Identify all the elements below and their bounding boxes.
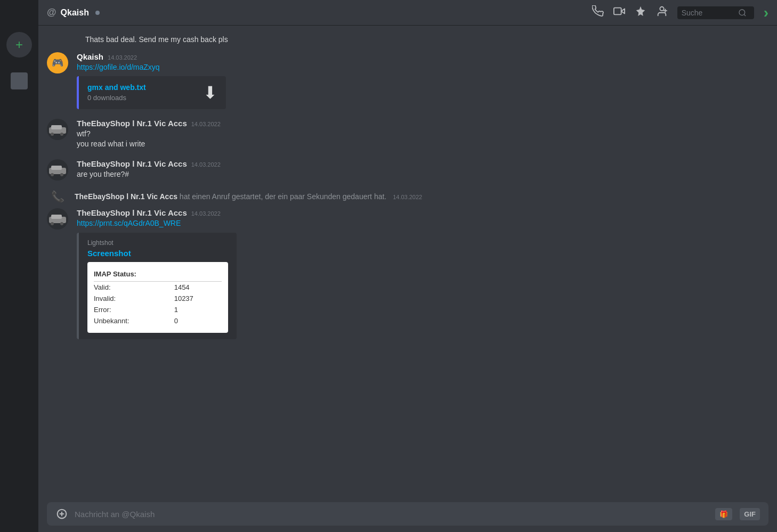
message-header: TheEbayShop l Nr.1 Vic Accs 14.03.2022 [77,119,768,128]
message-author: TheEbayShop l Nr.1 Vic Accs [77,119,187,128]
avatar [47,159,68,181]
message-text: wtf? [77,129,768,140]
svg-point-14 [60,173,63,176]
file-info: gmx and web.txt 0 downloads [87,83,146,102]
message-timestamp: 14.03.2022 [108,54,137,61]
channel-header: @ Qkaish › [38,0,777,26]
message-header: TheEbayShop l Nr.1 Vic Accs 14.03.2022 [77,159,768,168]
message-text-2: you read what i write [77,139,768,150]
embed-title[interactable]: Screenshot [87,249,228,258]
message-group: TheEbayShop l Nr.1 Vic Accs 14.03.2022 h… [47,206,768,342]
svg-rect-12 [51,166,62,170]
svg-point-5 [739,10,745,15]
message-content: TheEbayShop l Nr.1 Vic Accs 14.03.2022 h… [77,208,768,340]
gift-button[interactable]: 🎁 [715,508,732,520]
message-link[interactable]: https://gofile.io/d/maZxyq [77,63,160,71]
svg-point-9 [51,133,54,136]
call-timestamp: 14.03.2022 [393,194,422,200]
imap-label-valid: Valid: [94,282,174,293]
message-content: Qkaish 14.03.2022 https://gofile.io/d/ma… [77,52,768,109]
imap-value-error: 1 [174,304,222,315]
truncated-message: Thats bad deal. Send me my cash back pls [47,34,768,45]
avatar: 🎮 [47,52,68,73]
message-text: https://gofile.io/d/maZxyq [77,62,768,73]
add-friend-icon[interactable] [656,5,668,20]
svg-point-10 [60,133,63,136]
table-row: Valid: 1454 [94,282,222,293]
call-icon[interactable] [592,5,604,20]
svg-rect-8 [51,125,62,129]
svg-rect-16 [51,215,62,219]
message-text: are you there?# [77,169,768,180]
add-server-button[interactable]: + [6,32,32,58]
system-call-message: 📞 TheEbayShop l Nr.1 Vic Accs hat einen … [47,188,768,205]
table-row: Invalid: 10237 [94,293,222,304]
sidebar-left: + [0,0,38,532]
message-author: TheEbayShop l Nr.1 Vic Accs [77,159,187,168]
avatar [47,119,68,140]
table-row: Unbekannt: 0 [94,315,222,326]
imap-value-valid: 1454 [174,282,222,293]
plus-icon: + [15,37,23,52]
call-description: hat einen Anruf gestartet, der ein paar … [180,192,386,201]
message-input-bar: 🎁 GIF [47,502,768,526]
messages-area: Thats bad deal. Send me my cash back pls… [38,26,777,496]
collapse-button[interactable] [11,72,28,89]
message-author: TheEbayShop l Nr.1 Vic Accs [77,208,187,217]
table-row: IMAP Status: [94,268,222,282]
svg-point-17 [51,222,54,225]
video-icon[interactable] [613,5,625,20]
imap-label-error: Error: [94,304,174,315]
table-row: Error: 1 [94,304,222,315]
imap-value-unknown: 0 [174,315,222,326]
message-link[interactable]: https://prnt.sc/qAGdrA0B_WRE [77,219,181,227]
imap-value-invalid: 10237 [174,293,222,304]
link-embed: Lightshot Screenshot IMAP Status: Valid:… [77,233,237,339]
gif-button[interactable]: GIF [740,508,760,520]
imap-label-unknown: Unbekannt: [94,315,174,326]
message-header: TheEbayShop l Nr.1 Vic Accs 14.03.2022 [77,208,768,217]
message-group: TheEbayShop l Nr.1 Vic Accs 14.03.2022 w… [47,117,768,152]
input-right-icons: 🎁 GIF [715,508,760,520]
call-author: TheEbayShop l Nr.1 Vic Accs [75,192,177,201]
svg-point-18 [60,222,63,225]
svg-point-2 [660,7,663,11]
message-group: TheEbayShop l Nr.1 Vic Accs 14.03.2022 a… [47,157,768,183]
message-text: https://prnt.sc/qAGdrA0B_WRE [77,218,768,229]
message-content: TheEbayShop l Nr.1 Vic Accs 14.03.2022 a… [77,159,768,181]
svg-point-13 [51,173,54,176]
message-group: 🎮 Qkaish 14.03.2022 https://gofile.io/d/… [47,50,768,111]
svg-marker-0 [621,9,624,13]
imap-table: IMAP Status: Valid: 1454 Invalid: 10237 [94,268,222,326]
file-attachment: gmx and web.txt 0 downloads ⬇ [77,76,226,109]
input-add-button[interactable] [55,508,68,520]
svg-rect-1 [614,8,621,15]
embed-image: IMAP Status: Valid: 1454 Invalid: 10237 [87,262,228,333]
navigation-icon[interactable]: › [764,4,768,21]
svg-line-6 [744,14,746,16]
avatar [47,208,68,230]
pin-icon[interactable] [635,5,646,20]
at-symbol: @ [47,7,56,18]
channel-name: Qkaish [61,8,89,18]
system-message-text: TheEbayShop l Nr.1 Vic Accs hat einen An… [75,192,422,201]
message-author: Qkaish [77,52,103,61]
message-timestamp: 14.03.2022 [191,161,221,168]
main-content: @ Qkaish › Thats ba [38,0,777,532]
file-downloads: 0 downloads [87,94,146,102]
avatar-icon: 🎮 [52,57,63,69]
message-timestamp: 14.03.2022 [191,210,221,217]
header-icons: › [592,4,768,21]
download-icon[interactable]: ⬇ [203,83,217,103]
message-input-area: 🎁 GIF [38,496,777,532]
message-timestamp: 14.03.2022 [191,121,221,127]
search-input[interactable] [682,9,735,17]
call-icon: 📞 [47,190,68,203]
embed-provider: Lightshot [87,239,228,247]
imap-header: IMAP Status: [94,268,222,282]
message-content: TheEbayShop l Nr.1 Vic Accs 14.03.2022 w… [77,119,768,150]
search-box[interactable] [677,6,754,19]
imap-label-invalid: Invalid: [94,293,174,304]
message-input[interactable] [75,510,709,519]
message-header: Qkaish 14.03.2022 [77,52,768,61]
